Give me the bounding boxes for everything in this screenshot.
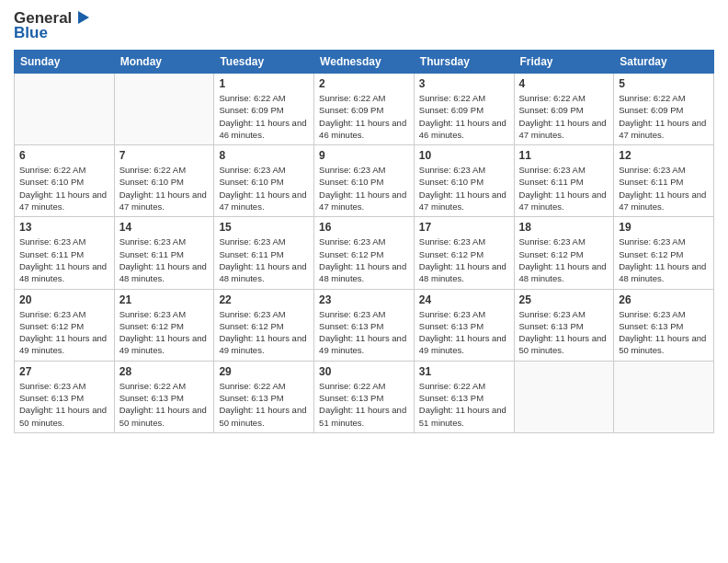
calendar-cell: 9Sunrise: 6:23 AMSunset: 6:10 PMDaylight… (314, 145, 415, 217)
day-info: Sunrise: 6:23 AMSunset: 6:11 PMDaylight:… (219, 236, 309, 284)
day-info: Sunrise: 6:23 AMSunset: 6:11 PMDaylight:… (519, 164, 609, 213)
day-number: 26 (619, 293, 709, 306)
day-number: 22 (219, 293, 309, 306)
day-info: Sunrise: 6:23 AMSunset: 6:13 PMDaylight:… (619, 308, 709, 357)
weekday-header: Saturday (614, 51, 714, 74)
calendar-cell: 6Sunrise: 6:22 AMSunset: 6:10 PMDaylight… (15, 145, 115, 217)
calendar-cell: 5Sunrise: 6:22 AMSunset: 6:09 PMDaylight… (614, 74, 714, 145)
calendar-cell: 2Sunrise: 6:22 AMSunset: 6:09 PMDaylight… (314, 74, 415, 145)
calendar-cell: 24Sunrise: 6:23 AMSunset: 6:13 PMDayligh… (414, 289, 514, 361)
logo: General Blue (14, 9, 90, 42)
day-info: Sunrise: 6:22 AMSunset: 6:10 PMDaylight:… (119, 164, 210, 213)
calendar-cell: 31Sunrise: 6:22 AMSunset: 6:13 PMDayligh… (414, 361, 514, 432)
day-info: Sunrise: 6:22 AMSunset: 6:09 PMDaylight:… (219, 92, 309, 141)
day-info: Sunrise: 6:22 AMSunset: 6:09 PMDaylight:… (319, 92, 409, 141)
day-number: 27 (19, 365, 109, 378)
day-number: 10 (419, 149, 509, 162)
weekday-header: Friday (514, 51, 614, 74)
day-number: 3 (419, 77, 509, 90)
calendar-cell: 26Sunrise: 6:23 AMSunset: 6:13 PMDayligh… (614, 289, 714, 361)
day-info: Sunrise: 6:23 AMSunset: 6:12 PMDaylight:… (19, 308, 109, 357)
calendar-cell: 22Sunrise: 6:23 AMSunset: 6:12 PMDayligh… (214, 289, 314, 361)
day-number: 8 (219, 149, 309, 162)
day-number: 28 (119, 365, 210, 378)
day-number: 29 (219, 365, 309, 378)
day-info: Sunrise: 6:22 AMSunset: 6:10 PMDaylight:… (19, 164, 109, 213)
day-number: 2 (319, 77, 409, 90)
calendar-cell: 12Sunrise: 6:23 AMSunset: 6:11 PMDayligh… (614, 145, 714, 217)
day-info: Sunrise: 6:23 AMSunset: 6:12 PMDaylight:… (319, 236, 409, 284)
weekday-header: Wednesday (314, 51, 415, 74)
day-info: Sunrise: 6:23 AMSunset: 6:12 PMDaylight:… (519, 236, 609, 284)
day-info: Sunrise: 6:22 AMSunset: 6:09 PMDaylight:… (619, 92, 709, 141)
day-info: Sunrise: 6:22 AMSunset: 6:09 PMDaylight:… (419, 92, 509, 141)
calendar-cell: 7Sunrise: 6:22 AMSunset: 6:10 PMDaylight… (114, 145, 214, 217)
day-number: 13 (19, 221, 109, 234)
calendar-cell (15, 74, 115, 145)
svg-marker-0 (78, 11, 89, 24)
day-number: 20 (19, 293, 109, 306)
calendar-cell (114, 74, 214, 145)
calendar-cell: 25Sunrise: 6:23 AMSunset: 6:13 PMDayligh… (514, 289, 614, 361)
day-info: Sunrise: 6:23 AMSunset: 6:12 PMDaylight:… (619, 236, 709, 284)
calendar-cell: 10Sunrise: 6:23 AMSunset: 6:10 PMDayligh… (414, 145, 514, 217)
day-number: 25 (519, 293, 609, 306)
day-info: Sunrise: 6:23 AMSunset: 6:13 PMDaylight:… (419, 308, 509, 357)
calendar-week-row: 13Sunrise: 6:23 AMSunset: 6:11 PMDayligh… (15, 217, 714, 289)
calendar-week-row: 6Sunrise: 6:22 AMSunset: 6:10 PMDaylight… (15, 145, 714, 217)
day-number: 17 (419, 221, 509, 234)
day-number: 14 (119, 221, 210, 234)
calendar-cell: 4Sunrise: 6:22 AMSunset: 6:09 PMDaylight… (514, 74, 614, 145)
calendar-cell: 13Sunrise: 6:23 AMSunset: 6:11 PMDayligh… (15, 217, 115, 289)
day-number: 19 (619, 221, 709, 234)
day-info: Sunrise: 6:23 AMSunset: 6:12 PMDaylight:… (419, 236, 509, 284)
day-number: 18 (519, 221, 609, 234)
logo-general-text: General (14, 10, 72, 26)
day-number: 15 (219, 221, 309, 234)
calendar-cell: 29Sunrise: 6:22 AMSunset: 6:13 PMDayligh… (214, 361, 314, 432)
day-number: 24 (419, 293, 509, 306)
calendar-header-row: SundayMondayTuesdayWednesdayThursdayFrid… (15, 51, 714, 74)
header: General Blue (14, 9, 714, 42)
calendar-cell: 15Sunrise: 6:23 AMSunset: 6:11 PMDayligh… (214, 217, 314, 289)
day-number: 23 (319, 293, 409, 306)
calendar-cell: 18Sunrise: 6:23 AMSunset: 6:12 PMDayligh… (514, 217, 614, 289)
weekday-header: Monday (114, 51, 214, 74)
day-info: Sunrise: 6:22 AMSunset: 6:13 PMDaylight:… (319, 380, 409, 429)
day-info: Sunrise: 6:23 AMSunset: 6:10 PMDaylight:… (419, 164, 509, 213)
calendar-cell: 8Sunrise: 6:23 AMSunset: 6:10 PMDaylight… (214, 145, 314, 217)
day-number: 11 (519, 149, 609, 162)
calendar-cell: 19Sunrise: 6:23 AMSunset: 6:12 PMDayligh… (614, 217, 714, 289)
day-info: Sunrise: 6:23 AMSunset: 6:12 PMDaylight:… (219, 308, 309, 357)
day-info: Sunrise: 6:22 AMSunset: 6:13 PMDaylight:… (219, 380, 309, 429)
day-info: Sunrise: 6:22 AMSunset: 6:09 PMDaylight:… (519, 92, 609, 141)
day-info: Sunrise: 6:23 AMSunset: 6:11 PMDaylight:… (19, 236, 109, 284)
day-info: Sunrise: 6:22 AMSunset: 6:13 PMDaylight:… (419, 380, 509, 429)
page: General Blue SundayMondayTuesdayWednesda… (0, 0, 728, 563)
calendar-week-row: 27Sunrise: 6:23 AMSunset: 6:13 PMDayligh… (15, 361, 714, 432)
day-info: Sunrise: 6:23 AMSunset: 6:13 PMDaylight:… (19, 380, 109, 429)
day-number: 30 (319, 365, 409, 378)
day-number: 16 (319, 221, 409, 234)
logo-triangle-icon (74, 9, 90, 26)
day-info: Sunrise: 6:22 AMSunset: 6:13 PMDaylight:… (119, 380, 210, 429)
weekday-header: Sunday (15, 51, 115, 74)
day-number: 31 (419, 365, 509, 378)
calendar-cell: 3Sunrise: 6:22 AMSunset: 6:09 PMDaylight… (414, 74, 514, 145)
day-info: Sunrise: 6:23 AMSunset: 6:13 PMDaylight:… (519, 308, 609, 357)
calendar-cell: 16Sunrise: 6:23 AMSunset: 6:12 PMDayligh… (314, 217, 415, 289)
calendar-cell: 1Sunrise: 6:22 AMSunset: 6:09 PMDaylight… (214, 74, 314, 145)
calendar-cell: 27Sunrise: 6:23 AMSunset: 6:13 PMDayligh… (15, 361, 115, 432)
day-number: 21 (119, 293, 210, 306)
calendar-cell: 17Sunrise: 6:23 AMSunset: 6:12 PMDayligh… (414, 217, 514, 289)
day-number: 6 (19, 149, 109, 162)
calendar-cell: 23Sunrise: 6:23 AMSunset: 6:13 PMDayligh… (314, 289, 415, 361)
day-info: Sunrise: 6:23 AMSunset: 6:11 PMDaylight:… (119, 236, 210, 284)
calendar-cell: 30Sunrise: 6:22 AMSunset: 6:13 PMDayligh… (314, 361, 415, 432)
calendar-cell: 20Sunrise: 6:23 AMSunset: 6:12 PMDayligh… (15, 289, 115, 361)
day-number: 4 (519, 77, 609, 90)
calendar-cell (614, 361, 714, 432)
calendar-week-row: 20Sunrise: 6:23 AMSunset: 6:12 PMDayligh… (15, 289, 714, 361)
day-number: 7 (119, 149, 210, 162)
day-number: 12 (619, 149, 709, 162)
